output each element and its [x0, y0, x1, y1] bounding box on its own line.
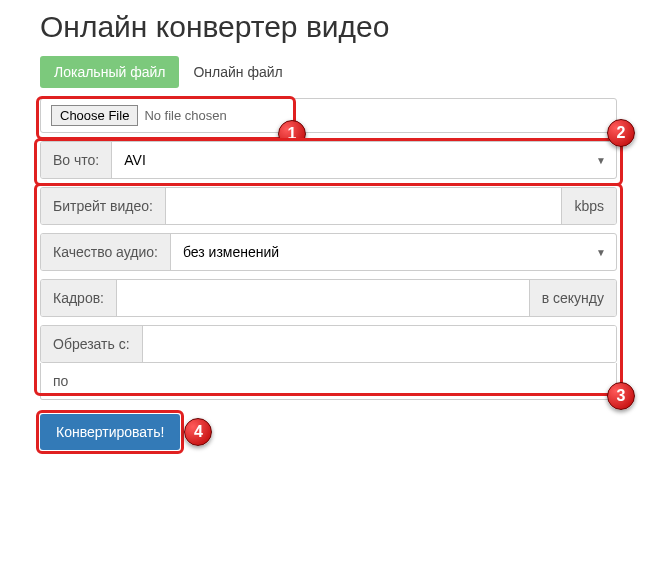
- choose-file-button[interactable]: Choose File: [51, 105, 138, 126]
- tab-online-file[interactable]: Онлайн файл: [179, 56, 296, 88]
- convert-button[interactable]: Конвертировать!: [40, 414, 180, 450]
- format-row: Во что: AVI ▼: [40, 141, 617, 179]
- source-tabs: Локальный файл Онлайн файл: [40, 56, 617, 88]
- fps-suffix: в секунду: [529, 280, 616, 316]
- format-label: Во что:: [41, 142, 112, 178]
- audio-quality-select[interactable]: без изменений: [171, 234, 586, 270]
- chevron-down-icon: ▼: [586, 145, 616, 176]
- trim-to-input[interactable]: [80, 363, 616, 399]
- fps-label: Кадров:: [41, 280, 117, 316]
- marker-2: 2: [607, 119, 635, 147]
- marker-4: 4: [184, 418, 212, 446]
- bitrate-input[interactable]: [166, 188, 561, 224]
- tab-local-file[interactable]: Локальный файл: [40, 56, 179, 88]
- trim-from-input[interactable]: [143, 326, 616, 362]
- trim-to-label: по: [41, 363, 80, 399]
- audio-row: Качество аудио: без изменений ▼: [40, 233, 617, 271]
- file-picker-row: Choose File No file chosen: [40, 98, 617, 133]
- file-status-text: No file chosen: [144, 108, 226, 123]
- page-title: Онлайн конвертер видео: [40, 10, 617, 44]
- audio-quality-label: Качество аудио:: [41, 234, 171, 270]
- trim-from-row: Обрезать с:: [40, 325, 617, 363]
- bitrate-suffix: kbps: [561, 188, 616, 224]
- chevron-down-icon: ▼: [586, 237, 616, 268]
- bitrate-row: Битрейт видео: kbps: [40, 187, 617, 225]
- format-select[interactable]: AVI: [112, 142, 586, 178]
- marker-3: 3: [607, 382, 635, 410]
- trim-from-label: Обрезать с:: [41, 326, 143, 362]
- fps-input[interactable]: [117, 280, 529, 316]
- trim-to-row: по: [40, 363, 617, 400]
- fps-row: Кадров: в секунду: [40, 279, 617, 317]
- bitrate-label: Битрейт видео:: [41, 188, 166, 224]
